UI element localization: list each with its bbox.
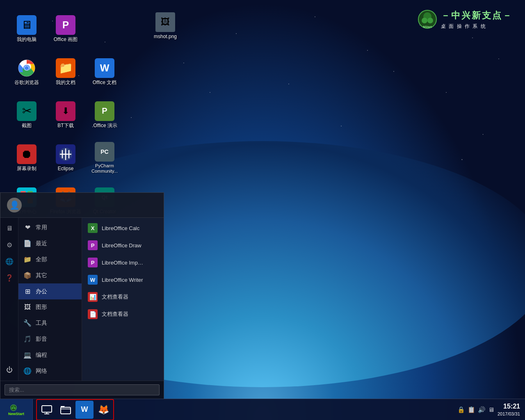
category-media[interactable]: 🎵 影音: [18, 331, 82, 347]
desktop-icon-bt[interactable]: ⬇ BT下载: [47, 94, 84, 135]
my-docs-icon: 📁: [56, 58, 75, 78]
taskbar-app-file-manager[interactable]: [57, 401, 75, 419]
docviewer1-icon: 📊: [88, 292, 98, 302]
calc-icon: X: [88, 223, 98, 233]
desktop-icon-office-draw[interactable]: P Office 画图: [47, 8, 84, 49]
start-menu-top: 👤: [0, 193, 164, 218]
category-all[interactable]: 📁 全部: [18, 251, 82, 267]
svg-point-3: [427, 18, 433, 23]
screenshot-label: 截图: [22, 123, 32, 128]
desktop-icon-my-docs[interactable]: 📁 我的文档: [47, 51, 84, 92]
eclipse-label: Eclipse: [58, 166, 74, 171]
app-doc-viewer-1[interactable]: 📊 文档查看器: [82, 288, 164, 306]
mshot-label: mshot.png: [154, 34, 177, 39]
start-icon-monitor[interactable]: 🖥: [2, 221, 17, 236]
impress-icon: P: [88, 258, 98, 267]
svg-point-8: [25, 66, 29, 70]
office-writer-icon: W: [95, 58, 114, 78]
app-libreoffice-calc[interactable]: X LibreOffice Calc: [82, 219, 164, 237]
user-avatar: 👤: [7, 198, 22, 212]
clock[interactable]: 15:21 2017/03/31: [498, 402, 520, 418]
svg-rect-25: [61, 407, 71, 414]
chrome-label: 谷歌浏览器: [14, 80, 39, 85]
svg-point-2: [422, 18, 427, 23]
screen-record-icon: ⏺: [17, 144, 37, 164]
start-menu-search-bar: [0, 381, 164, 399]
desktop-icon-pycharm[interactable]: PC PyCharm Community...: [86, 137, 123, 178]
eclipse-icon: [56, 144, 75, 164]
start-icon-power[interactable]: ⏻: [2, 363, 17, 377]
office-impress-label: .Office 演示: [92, 123, 117, 128]
office-draw-icon: P: [56, 15, 75, 35]
start-button-label: NewStart: [8, 412, 24, 416]
start-menu-left-icons: 🖥 ⚙ 🌐 ❓ ⏻: [0, 218, 18, 381]
taskbar-app-firefox[interactable]: 🦊: [94, 401, 112, 419]
brand-sub-name: 桌 面 操 作 系 统: [441, 23, 513, 30]
app-libreoffice-impress[interactable]: P LibreOffice Imp…: [82, 254, 164, 271]
start-button[interactable]: NewStart: [0, 399, 33, 420]
draw-icon: P: [88, 240, 98, 250]
svg-text:NStart: NStart: [423, 25, 432, 28]
brand-main-name: －中兴新支点－: [441, 8, 513, 23]
taskbar-app-wps[interactable]: W: [75, 401, 94, 419]
office-writer-label: Office 文档: [93, 80, 116, 85]
desktop-icon-screen-record[interactable]: ⏺ 屏幕录制: [8, 137, 45, 178]
screen-record-label: 屏幕录制: [17, 166, 37, 171]
systray-clipboard-icon[interactable]: 📋: [468, 406, 475, 413]
brand-text: －中兴新支点－ 桌 面 操 作 系 统: [441, 8, 513, 30]
docviewer2-icon: 📄: [88, 309, 98, 319]
taskbar-app-desktop[interactable]: [38, 401, 56, 419]
office-draw-label: Office 画图: [54, 37, 78, 42]
app-libreoffice-writer[interactable]: W LibreOffice Writer: [82, 271, 164, 288]
category-office[interactable]: ⊞ 办公: [18, 283, 82, 299]
taskbar: NewStart: [0, 399, 525, 420]
start-menu: 👤 🖥 ⚙ 🌐 ❓ ⏻ ❤ 常用 📄 最近: [0, 192, 164, 399]
category-dev[interactable]: 💻 编程: [18, 347, 82, 363]
category-recent[interactable]: 📄 最近: [18, 235, 82, 251]
desktop: NStart －中兴新支点－ 桌 面 操 作 系 统 🖥 我的电脑 P Offi…: [0, 0, 525, 420]
desktop-icon-chrome[interactable]: 谷歌浏览器: [8, 51, 45, 92]
start-icon-help[interactable]: ❓: [2, 270, 17, 285]
app-libreoffice-draw[interactable]: P LibreOffice Draw: [82, 237, 164, 254]
desktop-icon-mshot[interactable]: [86, 8, 123, 49]
bt-label: BT下载: [57, 123, 73, 128]
writer-icon: W: [88, 275, 98, 285]
my-computer-icon: 🖥: [17, 15, 37, 35]
app-doc-viewer-2[interactable]: 📄 文档查看器: [82, 306, 164, 323]
start-menu-categories: ❤ 常用 📄 最近 📁 全部 📦 其它 ⊞ 办公: [18, 218, 82, 381]
svg-point-20: [11, 407, 14, 409]
mshot-icon: 🖼: [155, 12, 175, 32]
pycharm-icon: PC: [95, 142, 114, 162]
search-input[interactable]: [5, 384, 160, 395]
systray-lock-icon[interactable]: 🔒: [457, 406, 465, 413]
clock-date: 2017/03/31: [498, 411, 520, 417]
desktop-icon-eclipse[interactable]: Eclipse: [47, 137, 84, 178]
taskbar-highlighted-group: W 🦊: [36, 399, 114, 420]
desktop-icon-office-writer[interactable]: W Office 文档: [86, 51, 123, 92]
my-computer-label: 我的电脑: [17, 37, 37, 42]
systray-display-icon[interactable]: 🖥: [488, 406, 494, 413]
svg-point-21: [14, 407, 16, 409]
category-network[interactable]: 🌐 网络: [18, 363, 82, 379]
start-icon-network[interactable]: 🌐: [2, 254, 17, 269]
pycharm-label: PyCharm Community...: [88, 163, 121, 174]
desktop-icon-office-impress[interactable]: P .Office 演示: [86, 94, 123, 135]
category-tools[interactable]: 🔧 工具: [18, 315, 82, 331]
firefox-taskbar-icon: 🦊: [98, 404, 109, 415]
category-graphics[interactable]: 🖼 图形: [18, 299, 82, 315]
systray-volume-icon[interactable]: 🔊: [478, 406, 486, 413]
start-menu-apps: X LibreOffice Calc P LibreOffice Draw P …: [82, 218, 164, 381]
clock-time: 15:21: [498, 402, 520, 411]
desktop-icon-my-computer[interactable]: 🖥 我的电脑: [8, 8, 45, 49]
category-favorites[interactable]: ❤ 常用: [18, 219, 82, 235]
screenshot-icon: ✂: [17, 101, 37, 121]
chrome-icon: [17, 58, 37, 78]
desktop-icon-screenshot[interactable]: ✂ 截图: [8, 94, 45, 135]
desktop-icon-mshot-png[interactable]: 🖼 mshot.png: [152, 10, 179, 41]
start-icon-settings[interactable]: ⚙: [2, 237, 17, 252]
systray: 🔒 📋 🔊 🖥: [457, 406, 494, 413]
brand-icon: NStart: [417, 9, 438, 30]
category-other[interactable]: 📦 其它: [18, 267, 82, 283]
bt-icon: ⬇: [56, 101, 75, 121]
wps-icon: W: [81, 405, 88, 414]
